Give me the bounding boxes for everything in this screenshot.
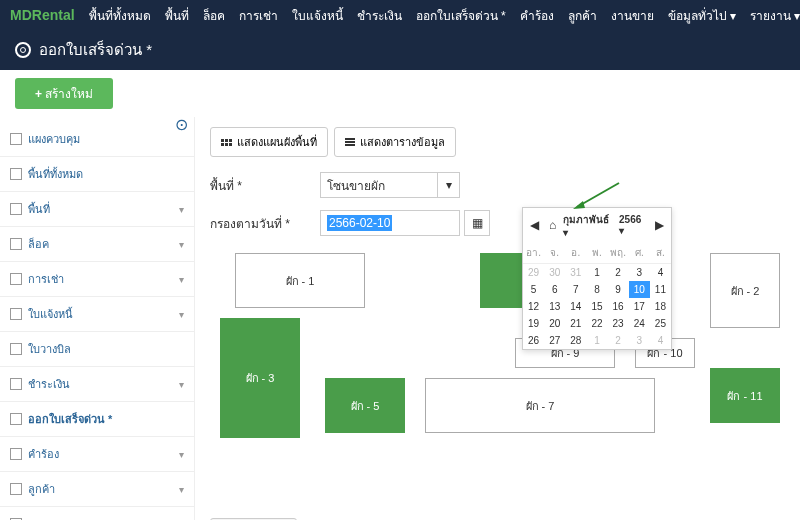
date-input[interactable]: 2566-02-10	[320, 210, 460, 236]
dp-day[interactable]: 17	[629, 298, 650, 315]
dp-day[interactable]: 18	[650, 298, 671, 315]
sidebar-item[interactable]: พื้นที่ทั้งหมด	[0, 157, 194, 192]
chevron-down-icon: ▾	[179, 449, 184, 460]
nav-item[interactable]: ข้อมูลทั่วไป ▾	[668, 6, 736, 25]
dp-day[interactable]: 25	[650, 315, 671, 332]
sidebar-item[interactable]: ชำระเงิน▾	[0, 367, 194, 402]
calendar-icon: ▦	[472, 216, 483, 230]
dp-day[interactable]: 3	[629, 332, 650, 349]
collapse-sidebar-icon[interactable]: ⊙	[175, 115, 188, 134]
nav-item[interactable]: ลูกค้า	[568, 6, 597, 25]
dp-grid: อา.จ.อ.พ.พฤ.ศ.ส. 29303112345678910111213…	[523, 242, 671, 349]
dp-day[interactable]: 4	[650, 332, 671, 349]
list-icon	[345, 138, 355, 146]
dp-day[interactable]: 5	[523, 281, 544, 298]
calendar-button[interactable]: ▦	[464, 210, 490, 236]
area-label: พื้นที่ *	[210, 176, 320, 195]
sidebar-item[interactable]: ใบวางบิล	[0, 332, 194, 367]
sidebar-item[interactable]: พื้นที่▾	[0, 192, 194, 227]
lot[interactable]: ผัก - 2	[710, 253, 780, 328]
nav-item[interactable]: พื้นที่	[165, 6, 189, 25]
dp-day[interactable]: 3	[629, 264, 650, 282]
dp-day[interactable]: 6	[544, 281, 565, 298]
sidebar-item[interactable]: ล็อค▾	[0, 227, 194, 262]
dp-day[interactable]: 20	[544, 315, 565, 332]
sidebar-item[interactable]: งานขาย▾	[0, 507, 194, 520]
dp-day[interactable]: 28	[565, 332, 586, 349]
datepicker-popup: ◀ ⌂ กุมภาพันธ์ ▾ 2566 ▾ ▶ อา.จ.อ.พ.พฤ.ศ.…	[522, 207, 672, 350]
dp-day[interactable]: 19	[523, 315, 544, 332]
dp-day[interactable]: 24	[629, 315, 650, 332]
chevron-down-icon: ▾	[179, 204, 184, 215]
sidebar-item[interactable]: คำร้อง▾	[0, 437, 194, 472]
dp-day[interactable]: 10	[629, 281, 650, 298]
date-label: กรองตามวันที่ *	[210, 214, 320, 233]
nav-item[interactable]: คำร้อง	[520, 6, 554, 25]
nav-item[interactable]: ชำระเงิน	[357, 6, 402, 25]
dp-day[interactable]: 1	[586, 332, 607, 349]
dp-day[interactable]: 22	[586, 315, 607, 332]
dp-day[interactable]: 7	[565, 281, 586, 298]
chevron-down-icon: ▾	[179, 309, 184, 320]
dp-day[interactable]: 15	[586, 298, 607, 315]
dp-day[interactable]: 2	[608, 332, 629, 349]
dp-day[interactable]: 23	[608, 315, 629, 332]
nav-item[interactable]: ล็อค	[203, 6, 225, 25]
dp-day[interactable]: 8	[586, 281, 607, 298]
dp-day[interactable]: 21	[565, 315, 586, 332]
dp-day[interactable]: 11	[650, 281, 671, 298]
lot[interactable]: ผัก - 5	[325, 378, 405, 433]
lot[interactable]: ผัก - 11	[710, 368, 780, 423]
chevron-down-icon: ▾	[437, 173, 459, 197]
dp-prev-icon[interactable]: ◀	[527, 218, 542, 232]
dp-day[interactable]: 4	[650, 264, 671, 282]
dp-day[interactable]: 13	[544, 298, 565, 315]
sidebar-item[interactable]: ใบแจ้งหนี้▾	[0, 297, 194, 332]
dp-day[interactable]: 27	[544, 332, 565, 349]
dp-year[interactable]: 2566 ▾	[619, 214, 648, 236]
dp-home-icon[interactable]: ⌂	[546, 218, 559, 232]
nav-item[interactable]: รายงาน ▾	[750, 6, 800, 25]
folder-icon	[10, 378, 22, 390]
dp-month[interactable]: กุมภาพันธ์ ▾	[563, 212, 615, 238]
nav-item[interactable]: ใบแจ้งหนี้	[292, 6, 343, 25]
sidebar-item[interactable]: แผงควบคุม	[0, 122, 194, 157]
dp-day[interactable]: 29	[523, 264, 544, 282]
folder-icon	[10, 203, 22, 215]
dp-day[interactable]: 16	[608, 298, 629, 315]
dp-next-icon[interactable]: ▶	[652, 218, 667, 232]
tab-floorplan[interactable]: แสดงแผนผังพื้นที่	[210, 127, 328, 157]
folder-icon	[10, 168, 22, 180]
nav-item[interactable]: งานขาย	[611, 6, 654, 25]
new-button[interactable]: สร้างใหม่	[15, 78, 113, 109]
folder-icon	[10, 273, 22, 285]
area-select[interactable]: โซนขายผัก ▾	[320, 172, 460, 198]
top-navbar: MDRental พื้นที่ทั้งหมดพื้นที่ล็อคการเช่…	[0, 0, 800, 30]
dp-day[interactable]: 31	[565, 264, 586, 282]
tab-table[interactable]: แสดงตารางข้อมูล	[334, 127, 456, 157]
dp-day[interactable]: 26	[523, 332, 544, 349]
dp-day[interactable]: 30	[544, 264, 565, 282]
chevron-down-icon: ▾	[179, 239, 184, 250]
sidebar-item[interactable]: การเช่า▾	[0, 262, 194, 297]
lot[interactable]: ผัก - 3	[220, 318, 300, 438]
dp-day[interactable]: 12	[523, 298, 544, 315]
nav-item[interactable]: ออกใบเสร็จด่วน *	[416, 6, 506, 25]
folder-icon	[10, 483, 22, 495]
nav-item[interactable]: การเช่า	[239, 6, 278, 25]
sidebar: ⊙ แผงควบคุมพื้นที่ทั้งหมดพื้นที่▾ล็อค▾กา…	[0, 117, 195, 520]
floorplan: ผัก - 1ผัก - 2ผัก - 3ผัก - 5ผัก - 6ผัก -…	[210, 248, 785, 508]
sidebar-item[interactable]: ลูกค้า▾	[0, 472, 194, 507]
nav-item[interactable]: พื้นที่ทั้งหมด	[89, 6, 151, 25]
toolbar: สร้างใหม่	[0, 70, 800, 117]
dp-day[interactable]: 14	[565, 298, 586, 315]
page-header: ออกใบเสร็จด่วน *	[0, 30, 800, 70]
dp-day[interactable]: 1	[586, 264, 607, 282]
lot[interactable]: ผัก - 7	[425, 378, 655, 433]
dp-day[interactable]: 2	[608, 264, 629, 282]
sidebar-item[interactable]: ออกใบเสร็จด่วน *	[0, 402, 194, 437]
folder-icon	[10, 238, 22, 250]
dp-day[interactable]: 9	[608, 281, 629, 298]
lot[interactable]: ผัก - 1	[235, 253, 365, 308]
folder-icon	[10, 413, 22, 425]
